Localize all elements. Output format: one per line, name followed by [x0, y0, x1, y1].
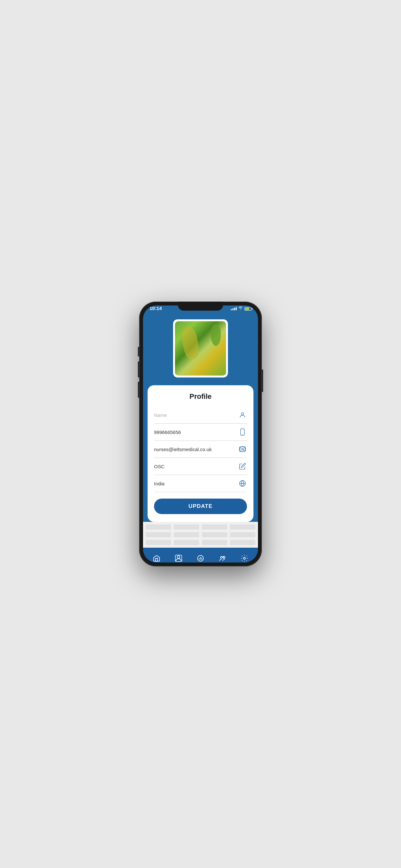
- profile-nav-icon: [174, 554, 183, 562]
- leaderboards-icon: [196, 554, 205, 562]
- wifi-icon: [238, 306, 243, 311]
- blue-header: [143, 313, 258, 385]
- watermark-grid: [143, 522, 258, 548]
- avatar: [175, 321, 226, 376]
- update-button[interactable]: UPDATE: [154, 499, 247, 514]
- watermark-section: [143, 522, 258, 548]
- side-button-volume-up: [138, 361, 139, 377]
- pencil-icon: [238, 462, 247, 471]
- email-value: nurses@ieltsmedical.co.uk: [154, 446, 238, 452]
- bottom-nav: Home Profile: [143, 548, 258, 562]
- name-field[interactable]: Name: [154, 407, 247, 424]
- nav-item-settings[interactable]: Settings: [234, 554, 255, 562]
- card-title: Profile: [154, 392, 247, 401]
- side-button-mute: [138, 347, 139, 356]
- profile-card: Profile Name 9996665656: [148, 385, 253, 522]
- person-icon: [238, 410, 247, 420]
- notch: [178, 302, 223, 311]
- svg-point-0: [241, 413, 243, 415]
- nav-item-leaderboards[interactable]: Leader Boards: [189, 554, 212, 562]
- org-field[interactable]: OSC: [154, 458, 247, 475]
- country-field[interactable]: India: [154, 475, 247, 492]
- settings-icon: [240, 554, 249, 562]
- phone-value: 9996665656: [154, 430, 238, 435]
- svg-point-6: [177, 556, 180, 558]
- avatar-container[interactable]: [173, 319, 228, 377]
- globe-icon: [238, 479, 247, 488]
- refer-icon: [218, 554, 227, 562]
- side-button-power: [262, 369, 263, 392]
- email-icon: [238, 445, 247, 454]
- side-button-volume-down: [138, 382, 139, 398]
- email-field[interactable]: nurses@ieltsmedical.co.uk: [154, 441, 247, 458]
- battery-icon: [244, 307, 251, 311]
- signal-icon: [231, 307, 237, 310]
- svg-point-4: [242, 448, 243, 450]
- phone-screen: 10:14: [143, 306, 258, 562]
- nav-item-home[interactable]: Home: [146, 554, 167, 562]
- svg-point-11: [243, 557, 245, 559]
- home-icon: [152, 554, 161, 562]
- phone-field[interactable]: 9996665656: [154, 424, 247, 441]
- nav-item-profile[interactable]: Profile: [167, 554, 189, 562]
- country-value: India: [154, 481, 238, 486]
- svg-point-9: [220, 556, 222, 558]
- phone-frame: 10:14: [139, 302, 262, 566]
- nav-item-refer[interactable]: Refer Friend: [212, 554, 234, 562]
- name-value: Name: [154, 412, 238, 418]
- status-time: 10:14: [150, 306, 162, 311]
- status-icons: [231, 306, 251, 311]
- org-value: OSC: [154, 464, 238, 469]
- phone-icon: [238, 428, 247, 437]
